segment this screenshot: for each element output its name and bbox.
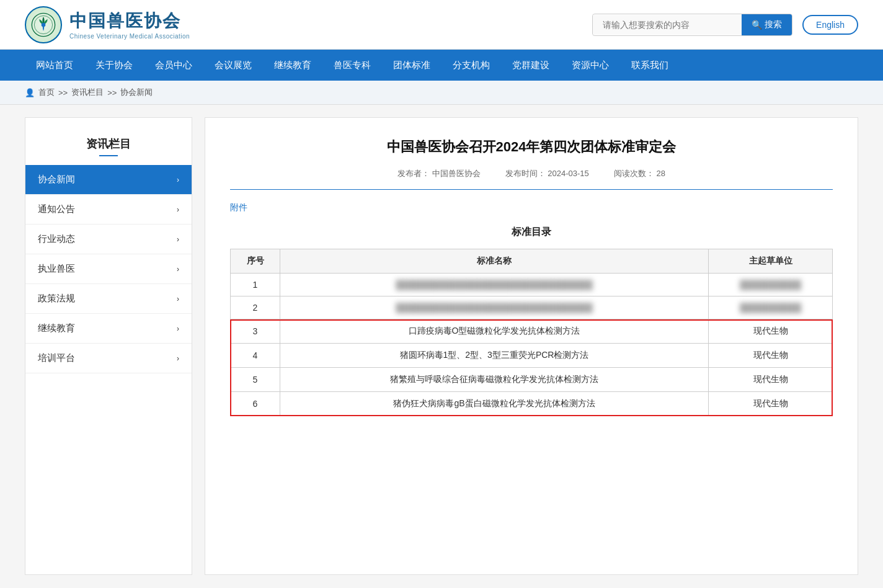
sidebar: 资讯栏目 协会新闻›通知公告›行业动态›执业兽医›政策法规›继续教育›培训平台› — [25, 117, 192, 575]
col-header-unit: 主起草单位 — [709, 249, 833, 274]
cell-no: 2 — [231, 296, 280, 319]
chevron-right-icon: › — [177, 295, 179, 303]
table-row: 4猪圆环病毒1型、2型、3型三重荧光PCR检测方法现代生物 — [231, 344, 833, 368]
logo-en-text: Chinese Veterinary Medical Association — [69, 33, 190, 40]
search-button[interactable]: 🔍 搜索 — [742, 14, 792, 35]
main-container: 资讯栏目 协会新闻›通知公告›行业动态›执业兽医›政策法规›继续教育›培训平台›… — [0, 105, 883, 587]
person-icon: 👤 — [25, 88, 35, 97]
cell-unit: ██████████ — [709, 274, 833, 296]
breadcrumb: 👤 首页 >> 资讯栏目 >> 协会新闻 — [0, 81, 883, 105]
chevron-right-icon: › — [177, 235, 179, 244]
cell-no: 4 — [231, 344, 280, 368]
nav-item-继续教育[interactable]: 继续教育 — [263, 50, 322, 81]
table-row: 2███████████████████████████████████████… — [231, 296, 833, 319]
publisher-meta: 发布者： 中国兽医协会 — [397, 168, 481, 179]
article-meta: 发布者： 中国兽医协会 发布时间： 2024-03-15 阅读次数： 28 — [230, 168, 833, 190]
logo-cn-text: 中国兽医协会 — [69, 9, 190, 33]
header-right: 🔍 搜索 English — [592, 14, 858, 36]
nav-item-兽医专科[interactable]: 兽医专科 — [322, 50, 382, 81]
table-row: 5猪繁殖与呼吸综合征病毒磁微粒化学发光抗体检测方法现代生物 — [231, 368, 833, 392]
sidebar-item-执业兽医[interactable]: 执业兽医› — [25, 254, 192, 284]
sidebar-item-通知公告[interactable]: 通知公告› — [25, 195, 192, 225]
chevron-right-icon: › — [177, 205, 179, 214]
cell-no: 6 — [231, 392, 280, 416]
cell-name: ████████████████████████████████ — [280, 296, 709, 319]
sidebar-item-label: 行业动态 — [38, 233, 75, 245]
sidebar-item-协会新闻[interactable]: 协会新闻› — [25, 165, 192, 195]
cell-no: 1 — [231, 274, 280, 296]
nav-bar: 网站首页关于协会会员中心会议展览继续教育兽医专科团体标准分支机构党群建设资源中心… — [0, 50, 883, 81]
nav-item-资源中心[interactable]: 资源中心 — [561, 50, 620, 81]
article-title: 中国兽医协会召开2024年第四次团体标准审定会 — [230, 136, 833, 157]
search-box: 🔍 搜索 — [592, 14, 792, 36]
cell-name: 口蹄疫病毒O型磁微粒化学发光抗体检测方法 — [280, 319, 709, 344]
chevron-right-icon: › — [177, 265, 179, 274]
date-meta: 发布时间： 2024-03-15 — [505, 168, 589, 179]
col-header-no: 序号 — [231, 249, 280, 274]
nav-item-党群建设[interactable]: 党群建设 — [501, 50, 561, 81]
nav-item-联系我们[interactable]: 联系我们 — [620, 50, 680, 81]
sidebar-item-label: 继续教育 — [38, 323, 75, 334]
sidebar-item-继续教育[interactable]: 继续教育› — [25, 314, 192, 344]
search-icon: 🔍 — [752, 20, 762, 30]
cell-unit: ██████████ — [709, 296, 833, 319]
attachment-label: 附件 — [230, 202, 833, 213]
cell-no: 5 — [231, 368, 280, 392]
breadcrumb-sep1: >> — [58, 88, 68, 97]
cell-name: ████████████████████████████████ — [280, 274, 709, 296]
nav-item-团体标准[interactable]: 团体标准 — [382, 50, 441, 81]
cell-unit: 现代生物 — [709, 344, 833, 368]
standards-table: 序号 标准名称 主起草单位 1█████████████████████████… — [230, 249, 833, 416]
breadcrumb-sep2: >> — [107, 88, 117, 97]
breadcrumb-home[interactable]: 首页 — [38, 87, 55, 98]
table-row: 3口蹄疫病毒O型磁微粒化学发光抗体检测方法现代生物 — [231, 319, 833, 344]
cell-no: 3 — [231, 319, 280, 344]
views-meta: 阅读次数： 28 — [614, 168, 665, 179]
cell-unit: 现代生物 — [709, 392, 833, 416]
sidebar-item-行业动态[interactable]: 行业动态› — [25, 225, 192, 254]
cell-name: 猪繁殖与呼吸综合征病毒磁微粒化学发光抗体检测方法 — [280, 368, 709, 392]
sidebar-item-培训平台[interactable]: 培训平台› — [25, 344, 192, 373]
table-title: 标准目录 — [230, 226, 833, 239]
article-area: 中国兽医协会召开2024年第四次团体标准审定会 发布者： 中国兽医协会 发布时间… — [205, 117, 858, 575]
table-row: 6猪伪狂犬病病毒gB蛋白磁微粒化学发光抗体检测方法现代生物 — [231, 392, 833, 416]
nav-item-网站首页[interactable]: 网站首页 — [25, 50, 84, 81]
search-button-label: 搜索 — [765, 19, 782, 30]
search-input[interactable] — [593, 15, 742, 35]
cell-unit: 现代生物 — [709, 368, 833, 392]
breadcrumb-current: 协会新闻 — [120, 87, 153, 98]
sidebar-item-label: 政策法规 — [38, 293, 75, 305]
logo-text: 中国兽医协会 Chinese Veterinary Medical Associ… — [69, 9, 190, 40]
header: 中国兽医协会 Chinese Veterinary Medical Associ… — [0, 0, 883, 50]
nav-item-会议展览[interactable]: 会议展览 — [203, 50, 263, 81]
cell-name: 猪圆环病毒1型、2型、3型三重荧光PCR检测方法 — [280, 344, 709, 368]
chevron-right-icon: › — [177, 176, 179, 184]
table-row: 1███████████████████████████████████████… — [231, 274, 833, 296]
nav-item-关于协会[interactable]: 关于协会 — [84, 50, 144, 81]
logo-area: 中国兽医协会 Chinese Veterinary Medical Associ… — [25, 6, 190, 43]
chevron-right-icon: › — [177, 354, 179, 363]
col-header-name: 标准名称 — [280, 249, 709, 274]
nav-item-分支机构[interactable]: 分支机构 — [441, 50, 501, 81]
nav-item-会员中心[interactable]: 会员中心 — [144, 50, 203, 81]
english-button[interactable]: English — [802, 15, 858, 35]
logo-icon — [25, 6, 62, 43]
sidebar-item-label: 通知公告 — [38, 203, 75, 215]
sidebar-item-label: 培训平台 — [38, 352, 75, 364]
table-wrapper: 序号 标准名称 主起草单位 1█████████████████████████… — [230, 249, 833, 416]
cell-name: 猪伪狂犬病病毒gB蛋白磁微粒化学发光抗体检测方法 — [280, 392, 709, 416]
sidebar-item-政策法规[interactable]: 政策法规› — [25, 284, 192, 314]
sidebar-title: 资讯栏目 — [25, 130, 192, 165]
sidebar-item-label: 协会新闻 — [38, 174, 75, 185]
breadcrumb-category[interactable]: 资讯栏目 — [71, 87, 104, 98]
chevron-right-icon: › — [177, 324, 179, 333]
cell-unit: 现代生物 — [709, 319, 833, 344]
sidebar-item-label: 执业兽医 — [38, 263, 75, 275]
